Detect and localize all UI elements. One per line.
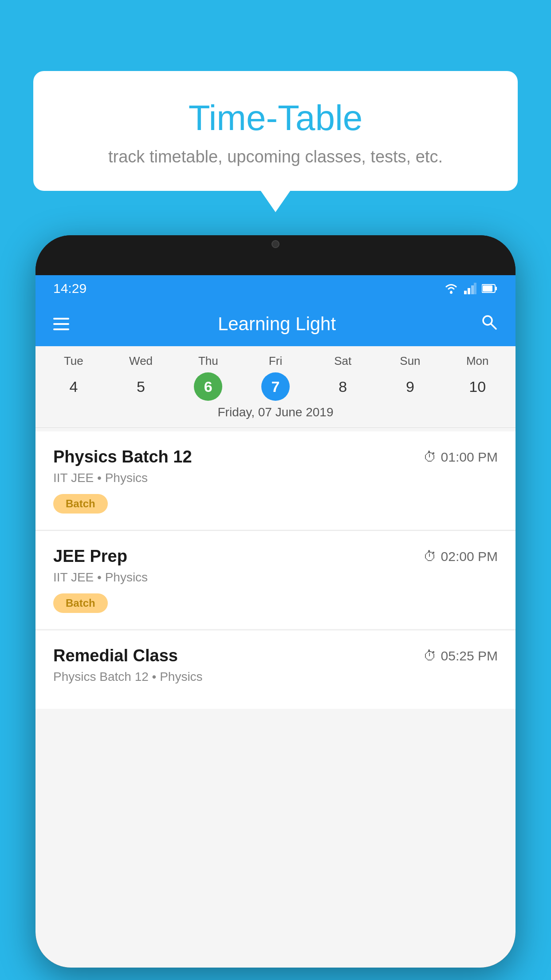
menu-line-3 [53, 328, 69, 330]
class-card[interactable]: Remedial Class⏱ 05:25 PMPhysics Batch 12… [35, 630, 516, 709]
day-name: Sun [400, 354, 420, 368]
phone-screen: Tue4Wed5Thu6Fri7Sat8Sun9Mon10 Friday, 07… [35, 346, 516, 968]
day-number: 5 [127, 372, 155, 401]
class-card[interactable]: JEE Prep⏱ 02:00 PMIIT JEE • PhysicsBatch [35, 531, 516, 629]
day-number: 8 [329, 372, 357, 401]
day-name: Mon [466, 354, 489, 368]
day-number: 9 [396, 372, 424, 401]
day-col[interactable]: Tue4 [40, 354, 107, 401]
class-title: JEE Prep [53, 547, 127, 566]
timetable-subtitle: track timetable, upcoming classes, tests… [51, 147, 500, 166]
day-name: Tue [64, 354, 83, 368]
speech-bubble: Time-Table track timetable, upcoming cla… [33, 71, 518, 191]
selected-date-label: Friday, 07 June 2019 [35, 401, 516, 428]
class-time: ⏱ 02:00 PM [423, 549, 498, 564]
svg-rect-3 [471, 285, 474, 294]
class-subtitle: IIT JEE • Physics [53, 570, 498, 585]
clock-icon: ⏱ [423, 648, 437, 664]
day-col[interactable]: Wed5 [107, 354, 175, 401]
app-title: Learning Light [87, 313, 467, 335]
svg-rect-6 [495, 287, 497, 290]
phone-bezel [35, 235, 516, 275]
class-time: ⏱ 05:25 PM [423, 648, 498, 664]
svg-line-9 [491, 324, 496, 329]
class-subtitle: Physics Batch 12 • Physics [53, 670, 498, 684]
front-camera [272, 240, 279, 248]
batch-badge: Batch [53, 494, 108, 514]
batch-badge: Batch [53, 593, 108, 613]
day-name: Fri [269, 354, 282, 368]
app-bar: Learning Light [35, 302, 516, 346]
class-card[interactable]: Physics Batch 12⏱ 01:00 PMIIT JEE • Phys… [35, 431, 516, 530]
svg-rect-1 [464, 291, 467, 294]
class-list: Physics Batch 12⏱ 01:00 PMIIT JEE • Phys… [35, 431, 516, 709]
day-number: 10 [463, 372, 492, 401]
status-bar: 14:29 [35, 275, 516, 302]
day-number: 4 [59, 372, 88, 401]
day-col[interactable]: Mon10 [444, 354, 511, 401]
class-title: Remedial Class [53, 646, 178, 665]
timetable-title: Time-Table [51, 98, 500, 138]
battery-icon [482, 284, 498, 293]
status-icons [444, 283, 498, 294]
day-col[interactable]: Sun9 [377, 354, 444, 401]
menu-line-2 [53, 323, 69, 325]
signal-icon [464, 283, 476, 294]
day-number: 6 [194, 372, 222, 401]
svg-point-0 [450, 291, 453, 294]
svg-rect-7 [483, 285, 492, 292]
menu-line-1 [53, 318, 69, 320]
day-col[interactable]: Sat8 [309, 354, 377, 401]
class-title: Physics Batch 12 [53, 447, 192, 466]
day-name: Sat [334, 354, 351, 368]
day-name: Thu [198, 354, 218, 368]
class-time: ⏱ 01:00 PM [423, 450, 498, 465]
phone-notch [249, 235, 302, 253]
phone-frame: 14:29 [35, 235, 516, 968]
day-number: 7 [261, 372, 290, 401]
class-subtitle: IIT JEE • Physics [53, 471, 498, 485]
day-col[interactable]: Fri7 [242, 354, 309, 401]
calendar-header: Tue4Wed5Thu6Fri7Sat8Sun9Mon10 Friday, 07… [35, 346, 516, 431]
svg-rect-4 [474, 283, 476, 294]
clock-icon: ⏱ [423, 450, 437, 465]
status-time: 14:29 [53, 281, 87, 296]
search-button[interactable] [480, 313, 498, 335]
day-name: Wed [129, 354, 153, 368]
wifi-icon [444, 283, 459, 294]
day-col[interactable]: Thu6 [174, 354, 242, 401]
svg-rect-2 [468, 288, 470, 294]
menu-button[interactable] [53, 318, 69, 330]
days-row: Tue4Wed5Thu6Fri7Sat8Sun9Mon10 [35, 354, 516, 401]
clock-icon: ⏱ [423, 549, 437, 564]
